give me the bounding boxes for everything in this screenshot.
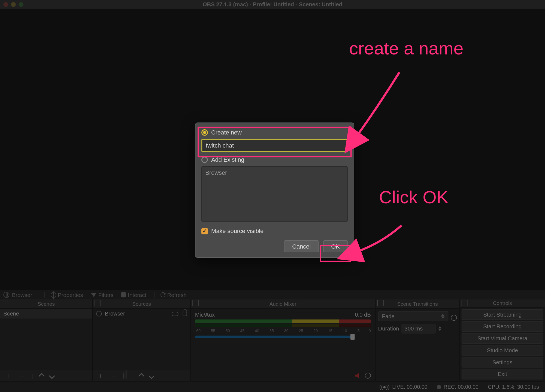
add-existing-radio-row[interactable]: Add Existing [201, 156, 348, 163]
controls-panel: Controls Start StreamingStart RecordingS… [460, 299, 545, 381]
scene-item[interactable]: Scene [0, 309, 92, 318]
transition-select[interactable]: Fade [378, 311, 449, 321]
control-button-settings[interactable]: Settings [462, 357, 543, 367]
control-button-start-streaming[interactable]: Start Streaming [462, 309, 543, 320]
control-button-exit[interactable]: Exit [462, 369, 543, 379]
refresh-button[interactable]: Refresh [161, 292, 187, 298]
cancel-button[interactable]: Cancel [284, 240, 319, 252]
funnel-icon [91, 293, 97, 297]
source-down-button[interactable] [150, 372, 154, 379]
globe-icon [96, 311, 102, 316]
make-visible-label: Make source visible [211, 228, 264, 234]
create-source-dialog: Create new Add Existing Browser ✓ Make s… [195, 122, 354, 258]
control-button-start-recording[interactable]: Start Recording [462, 321, 543, 332]
radio-on-icon[interactable] [201, 129, 208, 135]
mute-icon[interactable] [355, 373, 361, 378]
mixer-header: Audio Mixer [270, 301, 296, 307]
refresh-icon [161, 292, 166, 297]
checkbox-checked-icon[interactable]: ✓ [201, 228, 208, 234]
selected-source-label: Browser [12, 292, 32, 298]
controls-header: Controls [493, 300, 512, 306]
slider-knob[interactable] [350, 334, 355, 340]
add-existing-label: Add Existing [211, 156, 244, 163]
duration-input[interactable] [402, 324, 436, 333]
remove-scene-button[interactable]: － [17, 372, 25, 379]
create-new-label: Create new [211, 129, 242, 136]
rec-status: REC: 00:00:00 [444, 384, 479, 390]
cpu-status: CPU: 1.6%, 30.00 fps [488, 384, 539, 390]
scenes-header: Scenes [38, 301, 55, 307]
duration-stepper[interactable] [438, 326, 442, 331]
volume-slider[interactable] [195, 336, 354, 338]
source-item-label: Browser [105, 311, 125, 317]
popout-icon[interactable] [2, 301, 8, 306]
interact-button[interactable]: Interact [121, 292, 146, 298]
popout-icon[interactable] [95, 301, 101, 306]
scene-down-button[interactable] [50, 372, 54, 379]
existing-sources-list[interactable]: Browser [201, 166, 348, 222]
record-dot-icon [437, 385, 441, 389]
remove-source-button[interactable]: － [110, 372, 118, 379]
db-scale: -60-55-50-45-40-35-30-25-20-15-10-50 [195, 329, 371, 333]
make-visible-checkbox-row[interactable]: ✓ Make source visible [201, 228, 348, 234]
popout-icon[interactable] [462, 301, 468, 306]
source-up-button[interactable] [140, 372, 144, 379]
meter-top [195, 319, 371, 323]
control-button-start-virtual-camera[interactable]: Start Virtual Camera [462, 333, 543, 344]
lock-icon[interactable] [183, 312, 187, 316]
transition-selected-label: Fade [382, 313, 395, 319]
channel-settings-icon[interactable] [365, 373, 371, 379]
add-source-button[interactable]: ＋ [97, 372, 104, 379]
globe-icon [4, 292, 10, 298]
broadcast-icon: ((●)) [379, 384, 390, 390]
channel-name: Mic/Aux [195, 311, 215, 318]
scenes-panel: Scenes Scene ＋ － | [0, 299, 93, 381]
mixer-channel: Mic/Aux0.0 dB -60-55-50-45-40-35-30-25-2… [191, 309, 375, 341]
titlebar: OBS 27.1.3 (mac) - Profile: Untitled - S… [0, 0, 545, 9]
scene-up-button[interactable] [40, 372, 44, 379]
transition-settings-icon[interactable] [451, 314, 457, 320]
popout-icon[interactable] [193, 301, 199, 306]
ok-button[interactable]: OK [323, 240, 348, 252]
scene-transitions-panel: Scene Transitions Fade Duration [376, 299, 460, 381]
sources-header: Sources [132, 301, 151, 307]
source-name-input[interactable] [201, 139, 348, 152]
filters-button[interactable]: Filters [91, 292, 113, 298]
channel-db: 0.0 dB [355, 311, 371, 318]
visibility-icon[interactable] [172, 312, 178, 316]
source-toolbar: Browser Properties Filters Interact Refr… [0, 290, 545, 299]
add-scene-button[interactable]: ＋ [4, 372, 12, 379]
source-settings-button[interactable] [123, 372, 124, 379]
sources-panel: Sources Browser ＋ － | [93, 299, 191, 381]
duration-label: Duration [378, 325, 399, 332]
create-new-radio-row[interactable]: Create new [201, 129, 348, 136]
popout-icon[interactable] [378, 301, 384, 306]
hand-icon [121, 292, 126, 297]
properties-button[interactable]: Properties [50, 292, 83, 298]
audio-mixer-panel: Audio Mixer Mic/Aux0.0 dB -60-55-50-45-4… [191, 299, 376, 381]
window-title: OBS 27.1.3 (mac) - Profile: Untitled - S… [0, 1, 545, 8]
radio-off-icon[interactable] [201, 156, 208, 163]
meter-bottom [195, 324, 371, 327]
live-status: LIVE: 00:00:00 [392, 384, 427, 390]
existing-source-item[interactable]: Browser [205, 169, 344, 176]
source-item[interactable]: Browser [93, 309, 190, 318]
control-button-studio-mode[interactable]: Studio Mode [462, 345, 543, 356]
bottom-panels: Scenes Scene ＋ － | Sources Browser [0, 299, 545, 381]
transitions-header: Scene Transitions [397, 301, 438, 307]
gear-icon [50, 292, 56, 298]
status-bar: ((●))LIVE: 00:00:00 REC: 00:00:00 CPU: 1… [0, 381, 545, 392]
